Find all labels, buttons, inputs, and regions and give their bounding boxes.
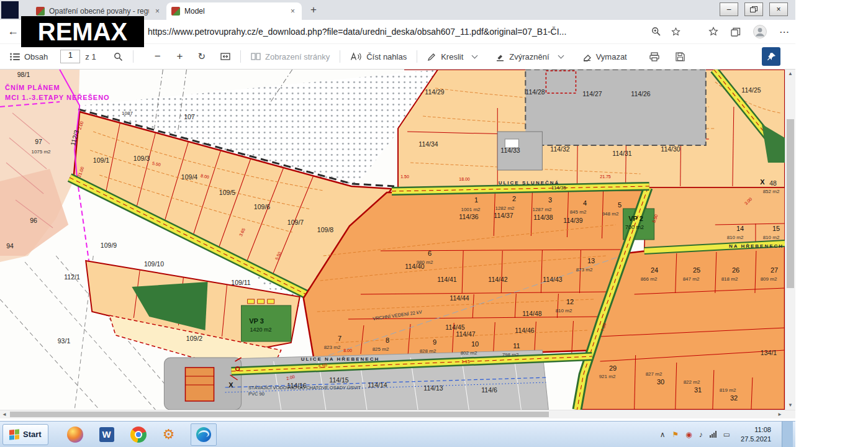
windows-flag-icon bbox=[9, 429, 19, 440]
highlight-button[interactable]: Zvýraznění bbox=[495, 52, 563, 61]
url-box[interactable]: https://www.petrovuprahy.cz/e_download.p… bbox=[148, 23, 680, 40]
start-label: Start bbox=[23, 430, 42, 439]
divider bbox=[133, 50, 133, 63]
favorite-add-icon[interactable] bbox=[671, 27, 680, 37]
palette-app-icon[interactable] bbox=[67, 427, 83, 443]
erase-label: Vymazat bbox=[596, 52, 627, 61]
fit-to-width-button[interactable] bbox=[220, 52, 230, 61]
zoom-in-button[interactable]: + bbox=[177, 50, 183, 63]
start-button[interactable]: Start bbox=[2, 424, 48, 445]
favorites-star-icon[interactable] bbox=[708, 27, 718, 37]
horizontal-scroll-thumb[interactable] bbox=[10, 412, 549, 417]
remax-logo-overlay: REMAX bbox=[21, 16, 144, 47]
contents-icon bbox=[10, 53, 20, 61]
read-aloud-label: Číst nahlas bbox=[366, 52, 407, 61]
tab-favicon bbox=[36, 7, 45, 16]
url-text[interactable]: https://www.petrovuprahy.cz/e_download.p… bbox=[148, 27, 645, 37]
new-tab-button[interactable]: + bbox=[305, 2, 322, 18]
close-button[interactable]: × bbox=[769, 2, 788, 16]
vertical-scrollbar[interactable]: ▲ ▼ bbox=[785, 70, 795, 410]
back-button[interactable]: ← bbox=[7, 25, 19, 38]
tab-close-icon[interactable]: × bbox=[289, 7, 297, 16]
draw-label: Kreslit bbox=[441, 52, 463, 61]
edge-icon bbox=[196, 427, 212, 443]
read-aloud-button[interactable]: Číst nahlas bbox=[350, 52, 407, 61]
page-view-label: Zobrazení stránky bbox=[265, 52, 330, 61]
clock-time: 11:08 bbox=[741, 425, 771, 434]
pdf-toolbar: Obsah 1 z 1 − + ↻ Zobrazení stránky Číst… bbox=[0, 44, 795, 70]
address-bar: ← REMAX https://www.petrovuprahy.cz/e_do… bbox=[0, 20, 795, 44]
erase-button[interactable]: Vymazat bbox=[582, 52, 627, 61]
horizontal-scrollbar[interactable]: ◄ ► bbox=[0, 410, 795, 418]
word-app-icon[interactable]: W bbox=[99, 427, 114, 442]
settings-app-icon[interactable]: ⚙ bbox=[163, 428, 175, 441]
flag-tray-icon[interactable]: ⚑ bbox=[672, 431, 679, 438]
tab-title: Model bbox=[184, 7, 284, 16]
tab-close-icon[interactable]: × bbox=[153, 7, 161, 16]
draw-button[interactable]: Kreslit bbox=[427, 52, 477, 61]
tab-title: Opatření obecné povahy - regul bbox=[49, 7, 149, 16]
browser-action-icons: ⋯ bbox=[708, 20, 789, 43]
chrome-app-icon[interactable] bbox=[130, 427, 147, 443]
chevron-down-icon bbox=[472, 52, 478, 58]
minimize-button[interactable]: – bbox=[720, 2, 738, 16]
scroll-down-icon[interactable]: ▼ bbox=[785, 401, 795, 410]
chevron-down-icon bbox=[558, 52, 564, 58]
badge-tray-icon[interactable]: ◉ bbox=[685, 431, 692, 438]
vertical-scroll-thumb[interactable] bbox=[787, 119, 794, 288]
network-icon[interactable] bbox=[710, 431, 717, 438]
profile-avatar[interactable] bbox=[753, 25, 767, 38]
eraser-icon bbox=[582, 52, 592, 61]
taskbar-clock[interactable]: 11:08 27.5.2021 bbox=[741, 425, 771, 443]
page-view-button[interactable]: Zobrazení stránky bbox=[251, 52, 330, 61]
scrollbar-corner bbox=[785, 410, 795, 418]
tablet-tray-icon[interactable]: ▭ bbox=[723, 431, 730, 438]
page-number-input[interactable]: 1 bbox=[60, 50, 80, 63]
zoom-indicator-icon[interactable] bbox=[651, 27, 661, 37]
window-controls: – × bbox=[720, 2, 788, 16]
highlight-label: Zvýraznění bbox=[509, 52, 549, 61]
divider bbox=[417, 50, 417, 63]
tab-model[interactable]: Model × bbox=[166, 2, 302, 20]
zoning-map bbox=[0, 70, 785, 410]
window-icon bbox=[1, 1, 19, 19]
browser-window: Opatření obecné povahy - regul × Model ×… bbox=[0, 0, 795, 418]
scroll-right-icon[interactable]: ► bbox=[775, 410, 784, 418]
volume-icon[interactable]: ♪ bbox=[699, 431, 703, 438]
settings-menu-icon[interactable]: ⋯ bbox=[779, 26, 789, 38]
hidden-icons-button[interactable]: ∧ bbox=[660, 431, 666, 438]
scroll-left-icon[interactable]: ◄ bbox=[0, 410, 9, 418]
read-aloud-icon bbox=[350, 52, 362, 61]
divider bbox=[240, 50, 241, 63]
url-icons bbox=[651, 27, 680, 37]
print-button[interactable] bbox=[649, 52, 659, 61]
system-tray: ∧ ⚑ ◉ ♪ ▭ 11:08 27.5.2021 bbox=[660, 422, 793, 447]
highlighter-icon bbox=[495, 52, 505, 61]
edge-app-button[interactable] bbox=[191, 423, 217, 446]
scroll-up-icon[interactable]: ▲ bbox=[785, 70, 795, 78]
tab-favicon bbox=[171, 7, 180, 16]
search-button[interactable] bbox=[114, 52, 123, 61]
restore-icon bbox=[750, 6, 757, 12]
clock-date: 27.5.2021 bbox=[741, 435, 771, 443]
restore-button[interactable] bbox=[744, 2, 763, 16]
taskbar: Start W ⚙ ∧ ⚑ ◉ ♪ ▭ 11:08 27.5.2021 bbox=[0, 421, 795, 447]
pdf-page-map[interactable]: 98/1ČNÍM PLÁNEMMCI 1.-3.ETAPY NEŘEŠENO10… bbox=[0, 70, 795, 410]
contents-label: Obsah bbox=[24, 52, 48, 61]
save-button[interactable] bbox=[676, 52, 685, 61]
pen-icon bbox=[427, 52, 436, 61]
collections-icon[interactable] bbox=[731, 27, 741, 37]
pin-toolbar-button[interactable] bbox=[762, 47, 780, 66]
page-view-icon bbox=[251, 52, 261, 61]
divider bbox=[340, 50, 340, 63]
contents-button[interactable]: Obsah bbox=[10, 52, 48, 61]
rotate-button[interactable]: ↻ bbox=[198, 51, 206, 62]
show-desktop-button[interactable] bbox=[782, 422, 793, 447]
zoom-out-button[interactable]: − bbox=[155, 50, 161, 63]
page-count-label: z 1 bbox=[85, 52, 96, 61]
pin-icon bbox=[767, 52, 776, 61]
quick-launch: W ⚙ bbox=[67, 423, 217, 446]
